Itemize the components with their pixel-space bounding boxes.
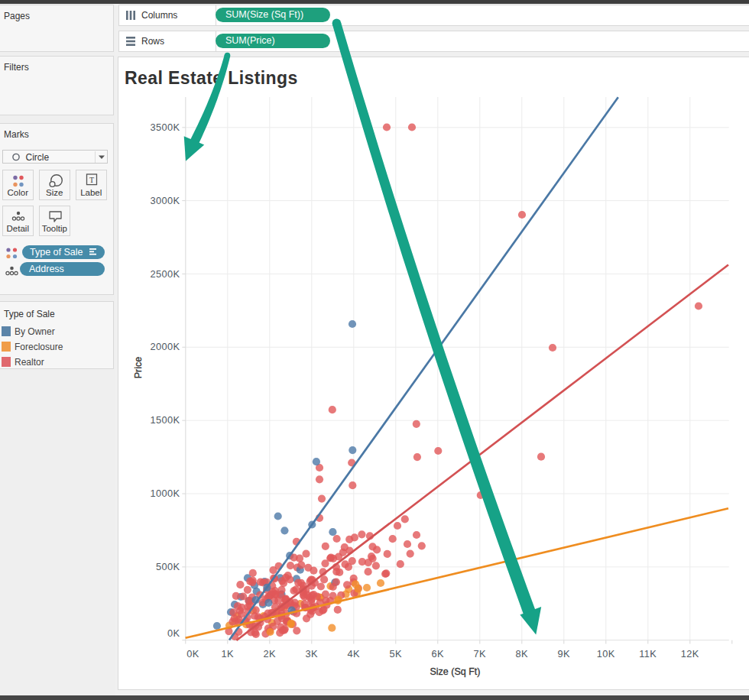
svg-text:0K: 0K <box>167 627 180 639</box>
svg-text:5K: 5K <box>390 648 403 659</box>
svg-text:2500K: 2500K <box>150 268 180 280</box>
svg-text:1K: 1K <box>222 648 235 659</box>
svg-text:7K: 7K <box>474 648 487 659</box>
svg-text:Price: Price <box>133 357 144 379</box>
svg-text:11K: 11K <box>639 648 657 659</box>
svg-text:Size (Sq Ft): Size (Sq Ft) <box>430 666 481 677</box>
svg-text:10K: 10K <box>597 648 615 659</box>
svg-text:3K: 3K <box>306 648 319 659</box>
svg-text:8K: 8K <box>516 648 529 659</box>
svg-text:4K: 4K <box>348 648 361 659</box>
svg-text:9K: 9K <box>558 648 571 659</box>
svg-text:3000K: 3000K <box>150 195 180 206</box>
svg-text:500K: 500K <box>156 561 180 572</box>
svg-text:3500K: 3500K <box>150 122 180 133</box>
svg-text:1500K: 1500K <box>150 414 180 426</box>
svg-text:1000K: 1000K <box>150 488 180 499</box>
svg-text:12K: 12K <box>681 648 699 659</box>
svg-text:6K: 6K <box>432 648 445 659</box>
svg-text:0K: 0K <box>186 648 199 659</box>
svg-text:2000K: 2000K <box>150 341 180 352</box>
svg-text:2K: 2K <box>264 648 277 659</box>
